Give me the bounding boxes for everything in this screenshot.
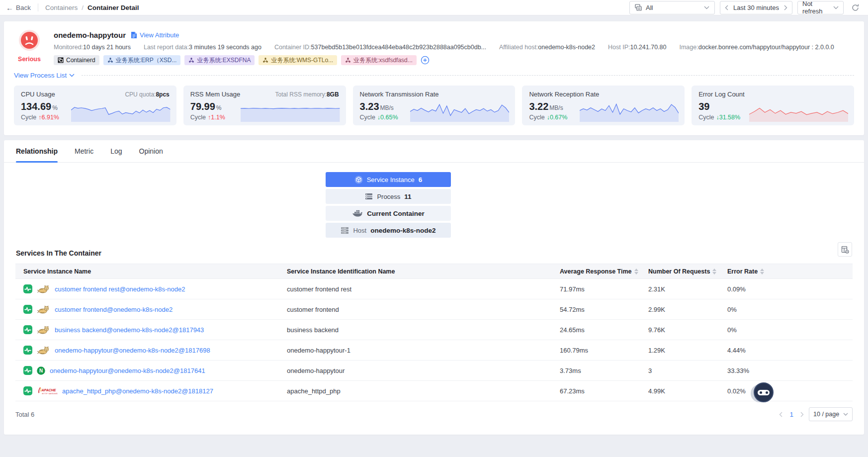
service-instance-link[interactable]: customer frontend rest@onedemo-k8s-node2	[55, 285, 185, 293]
sort-icon[interactable]	[760, 269, 764, 274]
container-tag[interactable]: 业务系统:xsdfsdfasd...	[341, 55, 417, 65]
assistant-widget-button[interactable]	[753, 382, 774, 403]
table-row: onedemo-happytour@onedemo-k8s-node2@1817…	[15, 340, 853, 361]
view-attribute-link[interactable]: View Attribute	[131, 31, 179, 39]
metric-card-error-log: Error Log Count 39 Cycle ↓31.58%	[692, 86, 854, 125]
relationship-current-container[interactable]: Current Container	[326, 206, 451, 221]
breadcrumb-current: Container Detail	[87, 4, 139, 11]
level-count: 11	[404, 193, 411, 200]
card-cycle: Cycle ↓0.65%	[360, 114, 398, 121]
total-count-label: Total 6	[15, 411, 34, 418]
card-quota: CPU quota:8pcs	[125, 91, 169, 98]
requests-cell: 3	[640, 367, 719, 374]
avg-response-cell: 24.65ms	[552, 326, 640, 334]
meta-last-report: Last report data:3 minutes 19 seconds ag…	[144, 44, 261, 51]
container-tag[interactable]: 业务系统:WMS-GTLo...	[259, 55, 337, 65]
serious-face-icon	[18, 29, 40, 51]
net-tx-sparkline-chart	[410, 99, 509, 122]
col-avg-response-time[interactable]: Average Response Time	[552, 268, 640, 275]
identification-name-cell: onedemo-happytour	[279, 367, 552, 374]
container-tag[interactable]: 业务系统:ERP（XSD...	[103, 55, 181, 65]
health-status-icon	[23, 366, 32, 375]
level-label: Host	[353, 227, 366, 234]
add-tag-button[interactable]	[421, 56, 430, 65]
tomcat-icon	[37, 326, 50, 334]
time-prev-button[interactable]	[725, 5, 728, 10]
svg-text:HTTP SERVER: HTTP SERVER	[42, 392, 58, 394]
cluster-icon	[107, 57, 113, 63]
table-settings-button[interactable]	[838, 242, 852, 257]
tab-opinion[interactable]: Opinion	[139, 140, 163, 162]
metric-card-net-transmission: Network Transmission Rate 3.23MB/s Cycle…	[353, 86, 516, 125]
pagination: 1 10 / page	[779, 407, 853, 421]
breadcrumb: Containers / Container Detail	[45, 4, 139, 11]
health-status-block: Serious	[14, 29, 45, 65]
sort-icon[interactable]	[712, 269, 716, 274]
error-log-sparkline-chart	[749, 99, 848, 122]
service-instance-link[interactable]: onedemo-happytour@onedemo-k8s-node2@1817…	[55, 347, 210, 354]
net-rx-sparkline-chart	[580, 99, 679, 122]
error-rate-cell: 0%	[719, 326, 853, 334]
apache-icon: APACHEHTTP SERVER	[37, 387, 58, 395]
service-instance-link[interactable]: customer frontend@onedemo-k8s-node2	[55, 306, 173, 313]
avg-response-cell: 54.72ms	[552, 306, 640, 313]
tab-log[interactable]: Log	[110, 140, 122, 162]
time-next-button[interactable]	[784, 5, 787, 10]
back-button[interactable]: ← Back	[6, 3, 31, 12]
container-tag[interactable]: Containerd	[54, 55, 99, 65]
health-pulse-icon	[23, 284, 32, 293]
chevron-down-icon	[69, 74, 75, 77]
cluster-icon	[345, 57, 351, 63]
scope-select[interactable]: All	[629, 1, 715, 14]
level-count: 6	[419, 176, 423, 183]
error-rate-cell: 0.02%	[719, 387, 853, 395]
robot-icon	[754, 382, 774, 402]
cube-icon	[354, 176, 363, 184]
level-label: Service Instance	[367, 176, 415, 183]
layers-icon	[365, 193, 373, 200]
container-summary-panel: Serious onedemo-happytour View Attribute…	[4, 21, 864, 135]
card-title: Error Log Count	[698, 91, 745, 98]
container-detail-page: ← Back Containers / Container Detail All…	[0, 0, 868, 457]
next-page-button[interactable]	[800, 412, 804, 417]
page-number[interactable]: 1	[787, 411, 795, 418]
table-header-row: Service Instance Name Service Instance I…	[15, 264, 853, 279]
meta-monitored: Monitored:10 days 21 hours	[54, 44, 131, 51]
card-cycle: Cycle ↓31.58%	[698, 114, 740, 121]
breadcrumb-containers[interactable]: Containers	[45, 4, 78, 11]
service-instance-link[interactable]: business backend@onedemo-k8s-node2@18179…	[55, 326, 204, 334]
topbar-divider	[38, 3, 38, 11]
view-process-list-link[interactable]: View Process List	[14, 72, 75, 79]
cluster-icon	[262, 57, 268, 63]
metric-card-net-reception: Network Reception Rate 3.22MB/s Cycle ↓0…	[522, 86, 685, 125]
requests-cell: 4.99K	[640, 387, 719, 395]
card-cycle: Cycle ↑6.91%	[21, 114, 59, 121]
identification-name-cell: customer frontend	[279, 306, 552, 313]
relationship-host[interactable]: Host onedemo-k8s-node2	[326, 223, 451, 238]
health-pulse-icon	[23, 366, 32, 375]
prev-page-button[interactable]	[779, 412, 782, 417]
refresh-mode-select[interactable]: Not refresh	[797, 1, 844, 14]
service-instance-link[interactable]: onedemo-happytour@onedemo-k8s-node2@1817…	[50, 367, 205, 374]
col-number-of-requests[interactable]: Number Of Requests	[640, 268, 719, 275]
relationship-service-instance[interactable]: Service Instance 6	[326, 172, 451, 187]
refresh-button[interactable]	[849, 1, 862, 14]
meta-affiliated-host: Affiliated host:onedemo-k8s-node2	[499, 44, 595, 51]
server-icon	[341, 227, 349, 234]
container-tag[interactable]: 业务系统:EXSDFNA	[184, 55, 255, 65]
card-title: Network Reception Rate	[529, 91, 599, 98]
tab-relationship[interactable]: Relationship	[16, 140, 58, 162]
page-size-select[interactable]: 10 / page	[809, 407, 853, 421]
chevron-left-icon	[725, 5, 728, 10]
health-status-icon	[23, 284, 32, 293]
sort-icon[interactable]	[634, 269, 638, 274]
col-error-rate[interactable]: Error Rate	[719, 268, 853, 275]
table-settings-icon	[841, 246, 849, 254]
page-title: onedemo-happytour	[54, 31, 126, 39]
table-footer: Total 6 1 10 / page	[15, 401, 853, 427]
process-list-row: View Process List	[14, 72, 854, 79]
relationship-process[interactable]: Process 11	[326, 189, 451, 204]
time-range-value[interactable]: Last 30 minutes	[733, 4, 779, 11]
tab-metric[interactable]: Metric	[75, 140, 93, 162]
service-instance-link[interactable]: apache_httpd_php@onedemo-k8s-node2@18181…	[62, 387, 213, 395]
